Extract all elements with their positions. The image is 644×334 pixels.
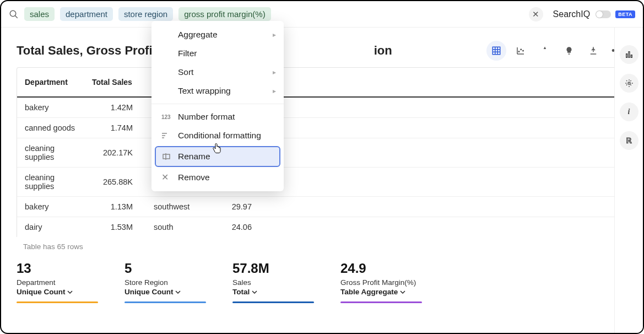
svg-point-10 (521, 49, 522, 50)
cell-dept: cleaning supplies (17, 138, 84, 168)
rail-info-button[interactable]: i (620, 103, 638, 121)
searchiq-label: SearchIQ (553, 9, 591, 19)
svg-rect-19 (163, 154, 170, 159)
idea-button[interactable] (559, 41, 579, 61)
table-row[interactable]: canned goods1.74M (17, 118, 627, 138)
stat-sales[interactable]: 57.8M Sales Total (232, 261, 314, 303)
svg-rect-2 (493, 47, 500, 55)
table-view-button[interactable] (486, 41, 506, 61)
stat-value: 13 (17, 261, 98, 276)
svg-point-15 (628, 82, 630, 84)
cell-dept: dairy (17, 217, 84, 238)
rail-explore-button[interactable] (620, 45, 638, 64)
menu-sort[interactable]: Sort▸ (151, 63, 284, 82)
stat-gpm[interactable]: 24.9 Gross Profit Margin(%) Table Aggreg… (340, 261, 422, 303)
chevron-right-icon: ▸ (273, 31, 276, 39)
conditional-formatting-icon (161, 132, 174, 139)
menu-aggregate[interactable]: Aggregate▸ (151, 25, 284, 44)
menu-divider (151, 104, 284, 104)
chevron-down-icon (252, 289, 257, 295)
right-rail: i ℝ (614, 28, 643, 333)
summary-stats: 13 Department Unique Count 5 Store Regio… (1, 251, 643, 303)
data-table: Department Total Sales bakery1.42M canne… (17, 68, 627, 237)
menu-text-wrapping[interactable]: Text wrapping▸ (151, 82, 284, 100)
rename-icon (163, 153, 175, 160)
number-format-icon: 123 (161, 114, 174, 120)
stat-agg-dropdown[interactable]: Unique Count (125, 288, 206, 296)
col-header-total-sales[interactable]: Total Sales (84, 68, 146, 97)
cell-gpm: 29.97 (205, 197, 265, 217)
title-right: ion (374, 44, 392, 57)
stat-agg-dropdown[interactable]: Table Aggregate (340, 288, 422, 296)
cell-sales: 1.13M (84, 197, 146, 217)
cell-region: southwest (146, 197, 205, 217)
stat-store-region[interactable]: 5 Store Region Unique Count (125, 261, 206, 303)
table-row[interactable]: dairy1.53Msouth24.06 (17, 217, 627, 238)
table-footnote: Table has 65 rows (1, 237, 643, 251)
pill-sales[interactable]: sales (24, 7, 55, 21)
svg-rect-13 (629, 52, 630, 58)
stat-label: Store Region (125, 278, 206, 287)
close-icon: ✕ (161, 173, 174, 182)
table-row[interactable]: bakery1.13Msouthwest29.97 (17, 197, 627, 217)
chevron-down-icon (67, 289, 73, 295)
menu-remove[interactable]: ✕Remove (151, 168, 284, 187)
cell-region: south (146, 217, 205, 238)
stat-label: Sales (232, 278, 314, 287)
title-bar: Total Sales, Gross Profit Margin (%) by … (1, 28, 643, 67)
cell-dept: canned goods (17, 118, 84, 138)
col-header-department[interactable]: Department (17, 68, 84, 97)
menu-number-format[interactable]: 123Number format (151, 107, 284, 126)
svg-rect-12 (626, 54, 627, 58)
pill-gross-profit-margin[interactable]: gross profit margin(%) (178, 7, 271, 21)
cell-dept: cleaning supplies (17, 168, 84, 197)
stat-label: Department (17, 278, 98, 287)
svg-rect-14 (631, 55, 632, 58)
cursor-pointer-icon (212, 143, 222, 157)
stat-department[interactable]: 13 Department Unique Count (17, 261, 98, 303)
search-bar: sales department store region gross prof… (1, 1, 643, 28)
chevron-down-icon (175, 289, 181, 295)
table-row[interactable]: cleaning supplies202.17K (17, 138, 627, 168)
menu-conditional-formatting[interactable]: Conditional formatting (151, 126, 284, 145)
cell-dept: bakery (17, 97, 84, 118)
cell-sales: 1.53M (84, 217, 146, 238)
svg-point-9 (518, 51, 519, 52)
rail-r-button[interactable]: ℝ (620, 131, 638, 150)
stat-value: 57.8M (232, 261, 314, 276)
svg-line-1 (15, 15, 18, 18)
stat-value: 24.9 (340, 261, 422, 276)
search-pills: sales department store region gross prof… (24, 7, 529, 21)
cell-sales: 265.88K (84, 168, 146, 197)
pill-store-region[interactable]: store region (118, 7, 173, 21)
data-table-wrap: Department Total Sales bakery1.42M canne… (17, 67, 627, 237)
chart-view-button[interactable] (511, 41, 531, 61)
stat-value: 5 (125, 261, 206, 276)
stat-agg-dropdown[interactable]: Total (232, 288, 314, 296)
table-row[interactable]: cleaning supplies265.88Kmidwest25.67 (17, 168, 627, 197)
cell-gpm: 24.06 (205, 217, 265, 238)
share-button[interactable] (583, 41, 603, 61)
cell-dept: bakery (17, 197, 84, 217)
svg-point-0 (10, 10, 16, 17)
stat-label: Gross Profit Margin(%) (340, 278, 422, 287)
svg-point-11 (523, 50, 524, 51)
pill-department[interactable]: department (60, 7, 113, 21)
cell-sales: 202.17K (84, 138, 146, 168)
view-toolbar: ••• (486, 41, 627, 61)
cell-sales: 1.74M (84, 118, 146, 138)
chevron-right-icon: ▸ (273, 87, 276, 95)
search-icon (9, 9, 19, 19)
table-header-row: Department Total Sales (17, 68, 627, 97)
menu-filter[interactable]: Filter (151, 44, 284, 63)
beta-badge: BETA (615, 10, 635, 18)
table-row[interactable]: bakery1.42M (17, 97, 627, 118)
searchiq-toggle[interactable] (596, 10, 611, 18)
column-context-menu: Aggregate▸ Filter Sort▸ Text wrapping▸ 1… (151, 21, 284, 191)
chevron-right-icon: ▸ (273, 68, 276, 76)
chevron-down-icon (400, 289, 405, 295)
rail-settings-button[interactable] (620, 74, 638, 93)
stat-agg-dropdown[interactable]: Unique Count (17, 288, 98, 296)
pin-button[interactable] (535, 41, 555, 61)
clear-search-button[interactable]: ✕ (529, 7, 543, 21)
